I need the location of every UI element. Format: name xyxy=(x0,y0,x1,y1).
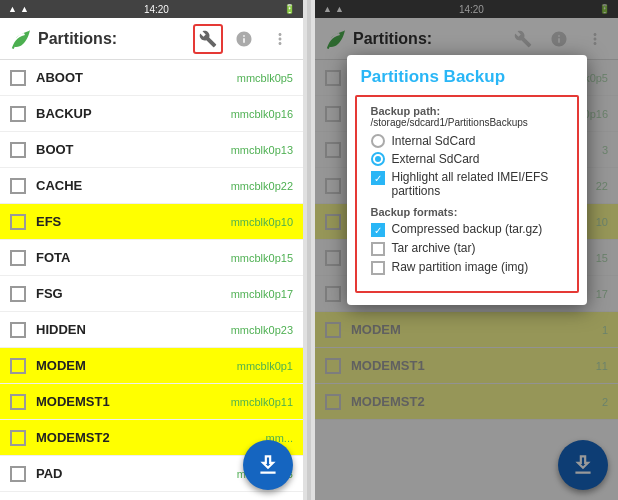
format-raw-label: Raw partition image (img) xyxy=(392,260,529,274)
partition-row-modemst1[interactable]: MODEMST1 mmcblk0p11 xyxy=(0,384,303,420)
left-time: 14:20 xyxy=(144,4,169,15)
partition-device-hidden: mmcblk0p23 xyxy=(231,324,293,336)
checkbox-backup[interactable] xyxy=(10,106,26,122)
partition-device-efs: mmcblk0p10 xyxy=(231,216,293,228)
checkbox-aboot[interactable] xyxy=(10,70,26,86)
format-tar-sq[interactable] xyxy=(371,242,385,256)
left-app-title-container: Partitions: xyxy=(8,27,117,51)
checkbox-boot[interactable] xyxy=(10,142,26,158)
partition-device-modem: mmcblk0p1 xyxy=(237,360,293,372)
panel-divider xyxy=(307,0,311,500)
left-battery-icon: 🔋 xyxy=(284,4,295,14)
partition-name-backup: BACKUP xyxy=(36,106,231,121)
app-logo-icon xyxy=(8,27,32,51)
info-button[interactable] xyxy=(229,24,259,54)
download-icon xyxy=(255,452,281,478)
radio-external-sdcard[interactable]: External SdCard xyxy=(371,152,563,166)
format-compressed-label: Compressed backup (tar.gz) xyxy=(392,222,543,236)
wifi-icon: ▲ xyxy=(8,4,17,14)
wrench-button[interactable] xyxy=(193,24,223,54)
partition-row-fota[interactable]: FOTA mmcblk0p15 xyxy=(0,240,303,276)
partition-device-fsg: mmcblk0p17 xyxy=(231,288,293,300)
partition-name-boot: BOOT xyxy=(36,142,231,157)
format-tar-label: Tar archive (tar) xyxy=(392,241,476,255)
signal-icon: ▲ xyxy=(20,4,29,14)
info-icon xyxy=(235,30,253,48)
format-compressed[interactable]: ✓ Compressed backup (tar.gz) xyxy=(371,222,563,237)
format-raw-sq[interactable] xyxy=(371,261,385,275)
partition-row-hidden[interactable]: HIDDEN mmcblk0p23 xyxy=(0,312,303,348)
dialog-body: Backup path: /storage/sdcard1/Partitions… xyxy=(355,95,579,293)
partition-name-hidden: HIDDEN xyxy=(36,322,231,337)
dialog-overlay: Partitions Backup Backup path: /storage/… xyxy=(315,0,618,500)
radio-external-circle[interactable] xyxy=(371,152,385,166)
partition-name-modemst2: MODEMST2 xyxy=(36,430,266,445)
left-partition-list[interactable]: ABOOT mmcblk0p5 BACKUP mmcblk0p16 BOOT m… xyxy=(0,60,303,500)
radio-internal-label: Internal SdCard xyxy=(392,134,476,148)
format-raw[interactable]: Raw partition image (img) xyxy=(371,260,563,275)
checkbox-fsg[interactable] xyxy=(10,286,26,302)
partition-name-cache: CACHE xyxy=(36,178,231,193)
partition-row-boot[interactable]: BOOT mmcblk0p13 xyxy=(0,132,303,168)
radio-external-label: External SdCard xyxy=(392,152,480,166)
checkbox-fota[interactable] xyxy=(10,250,26,266)
left-status-bar: ▲ ▲ 14:20 🔋 xyxy=(0,0,303,18)
partition-name-efs: EFS xyxy=(36,214,231,229)
partition-row-efs[interactable]: EFS mmcblk0p10 xyxy=(0,204,303,240)
checkbox-modemst1[interactable] xyxy=(10,394,26,410)
backup-path-value: /storage/sdcard1/PartitionsBackups xyxy=(371,117,563,128)
left-status-icons: ▲ ▲ xyxy=(8,4,29,14)
menu-icon xyxy=(271,30,289,48)
radio-internal-circle[interactable] xyxy=(371,134,385,148)
partition-device-fota: mmcblk0p15 xyxy=(231,252,293,264)
left-app-title: Partitions: xyxy=(38,30,117,48)
dialog-title: Partitions Backup xyxy=(347,55,587,95)
left-action-buttons xyxy=(193,24,295,54)
checkbox-highlight-label: Highlight all related IMEI/EFS partition… xyxy=(392,170,563,198)
format-tar[interactable]: Tar archive (tar) xyxy=(371,241,563,256)
partition-device-boot: mmcblk0p13 xyxy=(231,144,293,156)
partition-name-modemst1: MODEMST1 xyxy=(36,394,231,409)
partition-name-fota: FOTA xyxy=(36,250,231,265)
formats-label: Backup formats: xyxy=(371,206,563,218)
right-phone-panel: ▲ ▲ 14:20 🔋 Partitions: xyxy=(315,0,618,500)
menu-button[interactable] xyxy=(265,24,295,54)
backup-path-label: Backup path: xyxy=(371,105,563,117)
checkbox-highlight-imei[interactable]: ✓ Highlight all related IMEI/EFS partiti… xyxy=(371,170,563,198)
format-compressed-sq[interactable]: ✓ xyxy=(371,223,385,237)
partition-device-backup: mmcblk0p16 xyxy=(231,108,293,120)
checkbox-modemst2[interactable] xyxy=(10,430,26,446)
wrench-icon xyxy=(199,30,217,48)
partition-name-pad: PAD xyxy=(36,466,237,481)
partition-device-aboot: mmcblk0p5 xyxy=(237,72,293,84)
checkbox-hidden[interactable] xyxy=(10,322,26,338)
battery-icon: 🔋 xyxy=(284,4,295,14)
partition-device-modemst1: mmcblk0p11 xyxy=(231,396,293,408)
partition-row-aboot[interactable]: ABOOT mmcblk0p5 xyxy=(0,60,303,96)
partition-name-fsg: FSG xyxy=(36,286,231,301)
partition-row-cache[interactable]: CACHE mmcblk0p22 xyxy=(0,168,303,204)
left-phone-panel: ▲ ▲ 14:20 🔋 Partitions: xyxy=(0,0,303,500)
checkbox-efs[interactable] xyxy=(10,214,26,230)
left-fab-download[interactable] xyxy=(243,440,293,490)
partitions-backup-dialog: Partitions Backup Backup path: /storage/… xyxy=(347,55,587,305)
partition-row-fsg[interactable]: FSG mmcblk0p17 xyxy=(0,276,303,312)
radio-internal-sdcard[interactable]: Internal SdCard xyxy=(371,134,563,148)
left-app-bar: Partitions: xyxy=(0,18,303,60)
partition-name-modem: MODEM xyxy=(36,358,237,373)
partition-row-modem[interactable]: MODEM mmcblk0p1 xyxy=(0,348,303,384)
checkbox-modem[interactable] xyxy=(10,358,26,374)
checkbox-pad[interactable] xyxy=(10,466,26,482)
partition-name-aboot: ABOOT xyxy=(36,70,237,85)
checkbox-cache[interactable] xyxy=(10,178,26,194)
checkbox-highlight-sq[interactable]: ✓ xyxy=(371,171,385,185)
partition-device-cache: mmcblk0p22 xyxy=(231,180,293,192)
partition-row-backup[interactable]: BACKUP mmcblk0p16 xyxy=(0,96,303,132)
